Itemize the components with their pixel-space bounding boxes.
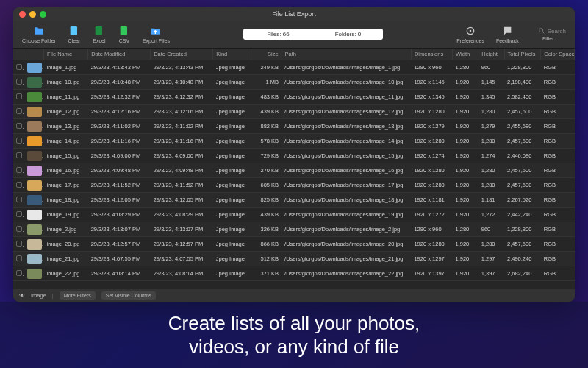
table-row[interactable]: image_1.jpg29/3/23, 4:13:43 PM29/3/23, 4… — [13, 60, 575, 75]
cell-size: 270 KB — [251, 163, 282, 178]
cell-size: 866 KB — [251, 237, 282, 252]
row-checkbox[interactable] — [16, 182, 22, 188]
row-checkbox[interactable] — [16, 226, 22, 232]
row-checkbox[interactable] — [16, 79, 22, 85]
col-header[interactable]: Date Created — [151, 49, 213, 60]
row-checkbox[interactable] — [16, 167, 22, 173]
row-checkbox[interactable] — [16, 241, 22, 247]
cell-width: 1,920 — [452, 237, 478, 252]
cell-filename: image_17.jpg — [43, 178, 87, 193]
cell-dimensions: 1920 x 1280 — [411, 237, 452, 252]
export-icon — [149, 25, 162, 37]
row-checkbox[interactable] — [16, 211, 22, 217]
cell-size: 249 KB — [251, 60, 282, 75]
cell-width: 1,920 — [452, 163, 478, 178]
cell-height: 960 — [478, 222, 504, 237]
cell-created: 29/3/23, 4:10:48 PM — [151, 75, 213, 90]
col-header[interactable]: Size — [251, 49, 282, 60]
row-checkbox[interactable] — [16, 152, 22, 158]
search-placeholder: Search — [548, 28, 566, 35]
table-row[interactable]: image_11.jpg29/3/23, 4:12:32 PM29/3/23, … — [13, 90, 575, 105]
cell-filename: image_16.jpg — [43, 163, 87, 178]
cell-kind: Jpeg Image — [213, 90, 251, 105]
cell-colorspace: RGB — [541, 237, 575, 252]
excel-label: Excel — [93, 38, 105, 43]
cell-size: 439 KB — [251, 208, 282, 222]
filter-button[interactable]: Search Filter — [526, 26, 570, 43]
col-header[interactable]: Color Space — [541, 49, 575, 60]
cell-kind: Jpeg Image — [213, 75, 251, 90]
excel-button[interactable]: Excel — [88, 24, 110, 45]
set-visible-columns-button[interactable]: Set Visible Columns — [101, 291, 157, 300]
clear-button[interactable]: Clear — [63, 24, 85, 45]
table-header-row[interactable]: File NameDate ModifiedDate CreatedKindSi… — [13, 49, 575, 60]
thumbnail — [27, 121, 42, 132]
cell-colorspace: RGB — [541, 252, 575, 266]
choose-folder-button[interactable]: Choose Folder — [18, 24, 60, 45]
cell-dimensions: 1920 x 1297 — [411, 252, 452, 266]
row-checkbox[interactable] — [16, 270, 22, 276]
choose-folder-label: Choose Folder — [22, 38, 56, 43]
table-row[interactable]: image_12.jpg29/3/23, 4:12:16 PM29/3/23, … — [13, 105, 575, 119]
table-row[interactable]: image_16.jpg29/3/23, 4:09:48 PM29/3/23, … — [13, 163, 575, 178]
feedback-button[interactable]: Feedback — [492, 24, 523, 45]
table-row[interactable]: image_18.jpg29/3/23, 4:12:05 PM29/3/23, … — [13, 193, 575, 208]
table-row[interactable]: image_20.jpg29/3/23, 4:12:57 PM29/3/23, … — [13, 237, 575, 252]
cell-kind: Jpeg Image — [213, 222, 251, 237]
cell-pixels: 2,457,600 — [504, 163, 541, 178]
cell-path: /Users/giorgos/Downloads/Images/image_13… — [282, 119, 411, 134]
col-header[interactable]: Height — [478, 49, 504, 60]
table-row[interactable]: image_10.jpg29/3/23, 4:10:48 PM29/3/23, … — [13, 75, 575, 90]
cell-height: 1,280 — [478, 163, 504, 178]
table-row[interactable]: image_19.jpg29/3/23, 4:08:29 PM29/3/23, … — [13, 208, 575, 222]
col-header[interactable]: Width — [452, 49, 478, 60]
image-toggle[interactable]: Image — [31, 292, 46, 299]
row-checkbox[interactable] — [16, 197, 22, 202]
cell-width: 1,920 — [452, 75, 478, 90]
cell-filename: image_14.jpg — [43, 134, 87, 149]
more-filters-button[interactable]: More Filters — [60, 291, 96, 300]
table-row[interactable]: image_14.jpg29/3/23, 4:11:16 PM29/3/23, … — [13, 134, 575, 149]
col-header[interactable]: Kind — [213, 49, 251, 60]
cell-kind: Jpeg Image — [213, 237, 251, 252]
cell-height: 1,397 — [478, 266, 504, 281]
col-header[interactable]: Date Modified — [88, 49, 151, 60]
table-row[interactable]: image_13.jpg29/3/23, 4:11:02 PM29/3/23, … — [13, 119, 575, 134]
cell-colorspace: RGB — [541, 163, 575, 178]
cell-dimensions: 1920 x 1280 — [411, 178, 452, 193]
cell-size: 729 KB — [251, 149, 282, 163]
row-checkbox[interactable] — [16, 64, 22, 70]
cell-pixels: 2,457,600 — [504, 134, 541, 149]
cell-pixels: 2,455,680 — [504, 119, 541, 134]
table-row[interactable]: image_17.jpg29/3/23, 4:11:52 PM29/3/23, … — [13, 178, 575, 193]
cell-path: /Users/giorgos/Downloads/Images/image_2.… — [282, 222, 411, 237]
table-row[interactable]: image_22.jpg29/3/23, 4:08:14 PM29/3/23, … — [13, 266, 575, 281]
col-header[interactable]: File Name — [43, 49, 87, 60]
row-checkbox[interactable] — [16, 93, 22, 99]
row-checkbox[interactable] — [16, 138, 22, 144]
svg-rect-0 — [71, 26, 77, 35]
export-files-button[interactable]: Export Files — [138, 24, 174, 45]
table-row[interactable]: image_15.jpg29/3/23, 4:09:00 PM29/3/23, … — [13, 149, 575, 163]
col-header[interactable] — [13, 49, 24, 60]
cell-size: 605 KB — [251, 178, 282, 193]
cell-filename: image_1.jpg — [43, 60, 87, 75]
cell-dimensions: 1280 x 960 — [411, 60, 452, 75]
table-row[interactable]: image_2.jpg29/3/23, 4:13:07 PM29/3/23, 4… — [13, 222, 575, 237]
row-checkbox[interactable] — [16, 108, 22, 114]
table-row[interactable]: image_21.jpg29/3/23, 4:07:55 PM29/3/23, … — [13, 252, 575, 266]
eye-icon[interactable]: 👁 — [19, 292, 25, 299]
cell-filename: image_10.jpg — [43, 75, 87, 90]
col-header[interactable] — [24, 49, 44, 60]
col-header[interactable]: Path — [282, 49, 411, 60]
cell-dimensions: 1920 x 1280 — [411, 163, 452, 178]
row-checkbox[interactable] — [16, 255, 22, 261]
cell-height: 1,345 — [478, 90, 504, 105]
csv-button[interactable]: CSV — [113, 24, 135, 45]
thumbnail — [27, 195, 42, 205]
row-checkbox[interactable] — [16, 123, 22, 129]
col-header[interactable]: Dimensions — [411, 49, 452, 60]
preferences-button[interactable]: Preferences — [452, 24, 489, 45]
gear-icon — [464, 25, 477, 37]
col-header[interactable]: Total Pixels — [504, 49, 541, 60]
